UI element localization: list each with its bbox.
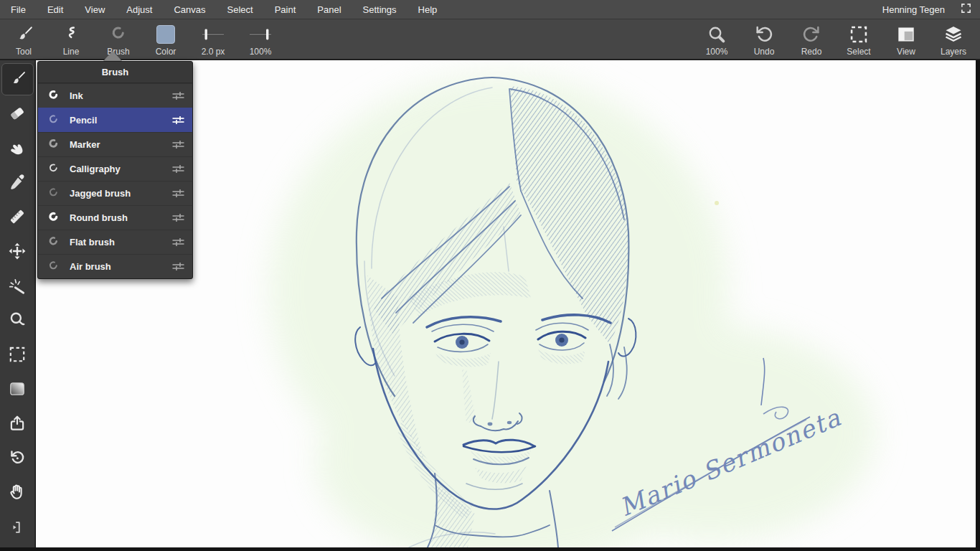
toolbar-select-label: Select: [847, 47, 870, 57]
redo-arrow-icon: [801, 24, 821, 45]
brush-swirl-icon: [45, 211, 61, 225]
toolbar-line-label: Line: [63, 47, 80, 57]
brush-item-jagged[interactable]: Jagged brush: [38, 181, 192, 205]
toolbar-view-label: View: [897, 47, 915, 57]
tool-ruler[interactable]: [0, 199, 34, 234]
brush-swirl-icon: [45, 138, 61, 151]
tool-magic-wand[interactable]: [0, 268, 34, 303]
tool-rotate[interactable]: [0, 441, 34, 475]
brush-settings-icon[interactable]: [169, 260, 185, 273]
brush-item-ink[interactable]: Ink: [38, 83, 192, 108]
brush-swirl-icon: [45, 162, 61, 176]
tool-export[interactable]: [0, 406, 34, 441]
brush-swirl-icon: [45, 235, 61, 249]
panel-window-icon: [896, 24, 916, 45]
undo-arrow-icon: [754, 24, 774, 45]
stray-dot: [715, 201, 719, 205]
toolbar-tool[interactable]: Tool: [0, 19, 47, 59]
tool-eyedropper[interactable]: [0, 165, 34, 199]
brush-panel-title: Brush: [38, 62, 192, 83]
brush-settings-icon[interactable]: [169, 138, 185, 151]
brush-item-marker[interactable]: Marker: [38, 132, 192, 156]
layers-stack-icon: [943, 24, 963, 45]
paintbrush-icon: [14, 24, 34, 45]
menu-canvas[interactable]: Canvas: [163, 0, 216, 19]
brush-item-air[interactable]: Air brush: [38, 254, 192, 278]
tool-hand[interactable]: [0, 475, 34, 509]
slider-handle-left-icon: [199, 24, 227, 45]
menu-file[interactable]: File: [0, 0, 37, 19]
brush-settings-icon[interactable]: [169, 236, 185, 248]
tool-smudge[interactable]: [0, 131, 34, 165]
brush-settings-icon[interactable]: [169, 187, 185, 199]
toolbar-zoom-level-label: 100%: [706, 47, 728, 57]
toolbar-stroke-width-label: 2.0 px: [202, 47, 225, 57]
tool-paintbrush[interactable]: [0, 62, 34, 96]
tool-move[interactable]: [0, 234, 34, 268]
menu-edit[interactable]: Edit: [37, 0, 74, 19]
brush-settings-icon[interactable]: [169, 114, 185, 126]
brush-item-round[interactable]: Round brush: [38, 205, 192, 230]
brush-settings-icon[interactable]: [169, 212, 185, 224]
toolbar-redo-label: Redo: [801, 47, 822, 57]
toolbar-color-label: Color: [156, 47, 176, 57]
toolbar-select[interactable]: Select: [835, 19, 882, 59]
tool-eraser[interactable]: [0, 96, 34, 131]
brush-swirl-icon: [45, 89, 61, 103]
brush-settings-icon[interactable]: [169, 163, 185, 175]
toolbar-zoom-level[interactable]: 100%: [693, 19, 740, 59]
toolbar-color[interactable]: Color: [142, 19, 189, 59]
toolbar-stroke-width[interactable]: 2.0 px: [189, 19, 237, 59]
brush-swirl-icon: [45, 260, 61, 273]
toolbar-opacity[interactable]: 100%: [237, 19, 284, 59]
slider-handle-right-icon: [246, 24, 275, 45]
squiggle-line-icon: [62, 24, 80, 45]
menu-bar: File Edit View Adjust Canvas Select Pain…: [0, 0, 980, 19]
toolbar-line[interactable]: Line: [47, 19, 95, 59]
menu-help[interactable]: Help: [407, 0, 448, 19]
toolbar-opacity-label: 100%: [250, 47, 272, 57]
brush-panel: Brush Ink Pencil: [37, 61, 193, 279]
user-name: Henning Tegen: [882, 4, 945, 15]
brush-dropdown-pointer: [103, 51, 122, 61]
app-window: File Edit View Adjust Canvas Select Pain…: [0, 0, 980, 551]
menu-adjust[interactable]: Adjust: [116, 0, 163, 19]
menu-panel[interactable]: Panel: [306, 0, 352, 19]
brush-item-pencil[interactable]: Pencil: [38, 108, 192, 132]
tool-exit[interactable]: [0, 510, 34, 545]
brush-swirl-icon: [108, 24, 128, 45]
dashed-rect-icon: [849, 24, 869, 45]
toolbar-view[interactable]: View: [882, 19, 930, 59]
fullscreen-icon[interactable]: [961, 3, 971, 17]
toolbar: Tool Line Brush: [0, 19, 980, 60]
toolbar-redo[interactable]: Redo: [788, 19, 835, 59]
brush-swirl-icon: [45, 187, 61, 200]
color-swatch: [156, 25, 175, 44]
toolbar-undo-label: Undo: [754, 47, 775, 57]
tool-gradient[interactable]: [0, 372, 34, 406]
toolbar-tool-label: Tool: [16, 47, 32, 57]
brush-settings-icon[interactable]: [169, 90, 185, 102]
tool-sidebar: [0, 60, 35, 547]
menu-paint[interactable]: Paint: [264, 0, 307, 19]
magnifier-icon: [707, 24, 727, 45]
menu-select[interactable]: Select: [217, 0, 264, 19]
menu-view[interactable]: View: [74, 0, 116, 19]
brush-item-flat[interactable]: Flat brush: [38, 230, 192, 254]
toolbar-layers[interactable]: Layers: [930, 19, 977, 59]
brush-swirl-icon: [45, 113, 61, 127]
menu-settings[interactable]: Settings: [352, 0, 407, 19]
brush-item-calligraphy[interactable]: Calligraphy: [38, 156, 192, 181]
toolbar-layers-label: Layers: [941, 47, 966, 57]
tool-rect-select[interactable]: [0, 337, 34, 372]
tool-zoom[interactable]: [0, 303, 34, 337]
toolbar-undo[interactable]: Undo: [740, 19, 788, 59]
